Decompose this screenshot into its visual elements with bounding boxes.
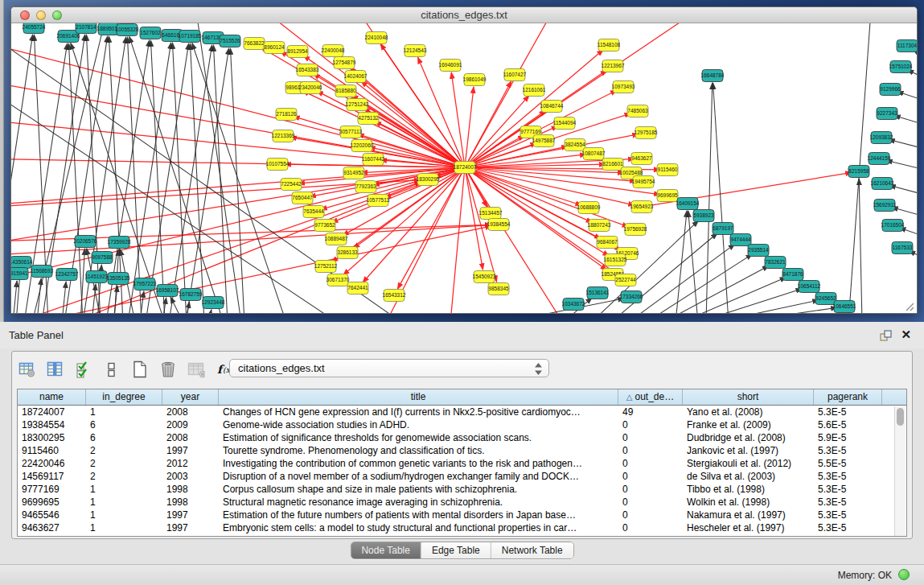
- graph-node[interactable]: 12923448: [202, 297, 225, 309]
- graph-node[interactable]: 17334266: [620, 291, 643, 303]
- graph-node[interactable]: 1117304: [897, 40, 917, 52]
- graph-node[interactable]: 7485063: [627, 105, 648, 117]
- graph-edge[interactable]: [62, 282, 66, 314]
- table-row[interactable]: 969969511998Structural magnetic resonanc…: [18, 496, 906, 509]
- graph-node[interactable]: 9097588: [92, 252, 113, 264]
- graph-node[interactable]: 12213967: [602, 60, 625, 72]
- graph-node[interactable]: 11607442: [362, 154, 385, 166]
- graph-node[interactable]: 10688809: [577, 202, 601, 214]
- graph-node[interactable]: 2718126: [276, 109, 297, 121]
- graph-edge[interactable]: [732, 307, 837, 314]
- graph-edge[interactable]: [127, 37, 142, 314]
- graph-node[interactable]: 18807243: [588, 220, 611, 232]
- graph-node[interactable]: 7225442: [281, 179, 302, 191]
- graph-edge[interactable]: [169, 45, 212, 314]
- graph-node[interactable]: 8215958: [848, 166, 869, 178]
- graph-edge[interactable]: [696, 289, 802, 314]
- graph-node[interactable]: 19756928: [624, 224, 647, 236]
- row-select-icon[interactable]: [75, 360, 92, 378]
- graph-node[interactable]: 10846744: [540, 101, 564, 113]
- graph-node[interactable]: 11544094: [553, 117, 577, 130]
- graph-node[interactable]: 18300295: [417, 174, 440, 186]
- graph-node[interactable]: 12161061: [523, 84, 546, 97]
- graph-node[interactable]: 15450923: [473, 271, 496, 283]
- table-row[interactable]: 946362711997Embryonic stem cells: a mode…: [18, 521, 906, 534]
- graph-node[interactable]: 15136141: [586, 287, 610, 299]
- graph-node[interactable]: 12754879: [333, 57, 356, 69]
- column-header-name[interactable]: name: [18, 389, 86, 405]
- graph-edge[interactable]: [190, 43, 204, 314]
- graph-node[interactable]: 19495754: [632, 176, 655, 188]
- graph-node[interactable]: 2522744: [615, 274, 636, 286]
- graph-edge[interactable]: [889, 139, 917, 149]
- table-select-dropdown[interactable]: citations_edges.txt: [229, 359, 549, 377]
- tab-edge-table[interactable]: Edge Table: [421, 542, 491, 558]
- graph-edge[interactable]: [889, 185, 917, 195]
- split-pane-divider[interactable]: [0, 0, 4, 322]
- graph-node[interactable]: 22400048: [322, 45, 345, 57]
- graph-node[interactable]: 10055328: [116, 24, 139, 36]
- graph-node[interactable]: 7515526: [220, 35, 240, 47]
- table-row[interactable]: 2242004622012Investigating the contribut…: [18, 457, 906, 470]
- table-row[interactable]: 1830029562008Estimation of significance …: [18, 431, 906, 444]
- graph-edge[interactable]: [859, 179, 862, 314]
- graph-node[interactable]: 19654923: [630, 201, 654, 213]
- new-table-icon[interactable]: [131, 360, 149, 378]
- column-header-out_de[interactable]: △out_de…: [618, 389, 683, 405]
- graph-node[interactable]: 19384554: [487, 219, 511, 231]
- graph-node[interactable]: 9115460: [657, 164, 678, 176]
- graph-node[interactable]: 12444159: [868, 153, 891, 165]
- graph-node[interactable]: 10973493: [612, 81, 635, 93]
- graph-node[interactable]: 12213369: [272, 130, 295, 142]
- table-row[interactable]: 1938455462009Genome-wide association stu…: [18, 418, 906, 431]
- graph-node[interactable]: 3286133: [337, 247, 358, 259]
- memory-status-indicator[interactable]: [898, 569, 910, 580]
- graph-node[interactable]: 16409154: [676, 198, 700, 210]
- graph-node[interactable]: 7635444: [303, 206, 324, 218]
- graph-edge[interactable]: [676, 211, 687, 314]
- graph-node[interactable]: 18724007: [454, 162, 477, 174]
- tab-node-table[interactable]: Node Table: [351, 542, 421, 558]
- tab-network-table[interactable]: Network Table: [491, 542, 573, 558]
- graph-node[interactable]: 16958107: [156, 285, 179, 297]
- graph-node[interactable]: 11568693: [31, 266, 54, 278]
- graph-edge-selected[interactable]: [465, 167, 581, 205]
- table-row[interactable]: 911546021997Tourette syndrome. Phenomeno…: [18, 444, 906, 457]
- graph-node[interactable]: 5938923: [693, 210, 714, 222]
- graph-node[interactable]: 16782759: [179, 289, 203, 301]
- column-select-icon[interactable]: [47, 360, 64, 378]
- graph-node[interactable]: 15751024: [889, 61, 913, 73]
- graph-node[interactable]: 10719185: [179, 31, 202, 43]
- resize-grip-icon[interactable]: [903, 300, 914, 311]
- graph-edge[interactable]: [628, 244, 735, 314]
- graph-node[interactable]: 14975887: [532, 135, 556, 147]
- graph-node[interactable]: 16648784: [701, 70, 725, 82]
- graph-node[interactable]: 7832621: [765, 257, 786, 269]
- graph-node[interactable]: 10577513: [367, 195, 390, 207]
- column-header-in_degree[interactable]: in_degree: [86, 389, 162, 405]
- graph-edge[interactable]: [680, 278, 786, 314]
- graph-node[interactable]: 8185880: [335, 85, 356, 97]
- graph-node[interactable]: 12975185: [634, 127, 658, 139]
- graph-node[interactable]: 9227343: [877, 108, 897, 120]
- graph-node[interactable]: 1527602: [140, 27, 161, 39]
- network-window-titlebar[interactable]: citations_edges.txt: [11, 7, 917, 23]
- graph-node[interactable]: 1167533: [892, 242, 913, 254]
- graph-edge-selected[interactable]: [451, 72, 465, 167]
- graph-node[interactable]: 11607427: [503, 69, 527, 81]
- graph-node[interactable]: 20206576: [74, 236, 97, 248]
- graph-node[interactable]: 9773652: [314, 220, 335, 232]
- graph-node[interactable]: 9314952: [343, 167, 364, 179]
- graph-node[interactable]: 12752112: [314, 261, 338, 273]
- network-canvas[interactable]: 2405572420691406210781418895013100553281…: [11, 23, 917, 314]
- graph-node[interactable]: 8216601: [602, 159, 623, 171]
- graph-node[interactable]: 9699695: [657, 190, 678, 202]
- graph-node[interactable]: 7642441: [347, 282, 368, 295]
- column-header-short[interactable]: short: [683, 389, 814, 405]
- graph-edge[interactable]: [886, 160, 917, 170]
- graph-edge[interactable]: [230, 48, 244, 314]
- table-row[interactable]: 977716911998Corpus callosum shape and si…: [18, 483, 906, 496]
- graph-node[interactable]: 12751242: [346, 99, 369, 111]
- graph-node[interactable]: 8960124: [264, 42, 285, 54]
- graph-node[interactable]: 11451923: [85, 271, 109, 283]
